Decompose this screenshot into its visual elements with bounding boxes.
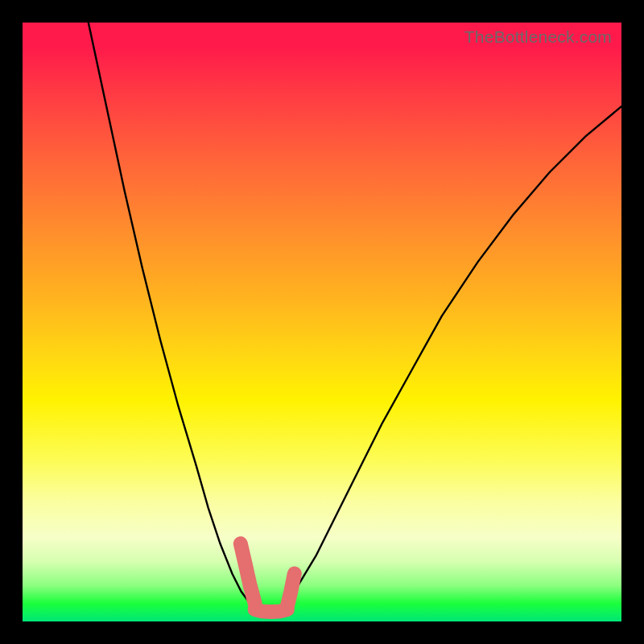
right-branch-curve	[286, 106, 621, 604]
plot-area: TheBottleneck.com	[23, 23, 621, 621]
chart-svg	[23, 23, 621, 621]
pink-highlight-right	[287, 574, 295, 607]
left-branch-curve	[89, 23, 250, 604]
